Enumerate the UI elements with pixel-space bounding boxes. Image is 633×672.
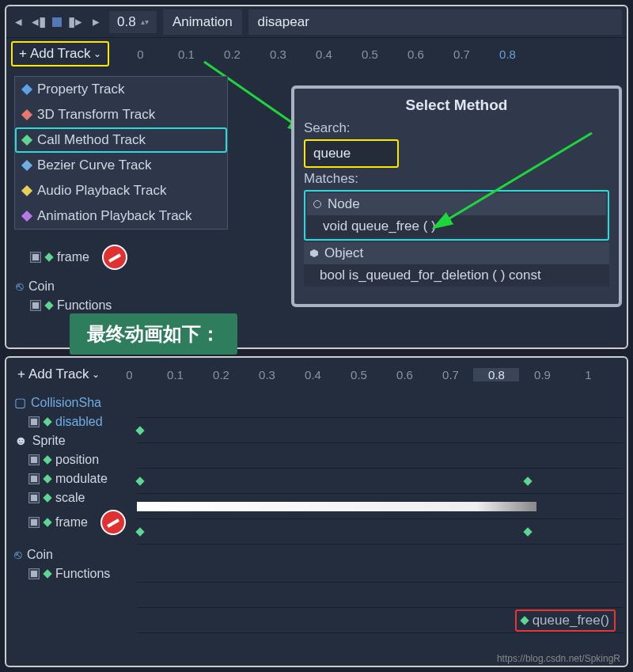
- menu-audio-track[interactable]: Audio Playback Track: [15, 178, 227, 203]
- keyframe[interactable]: [135, 476, 144, 485]
- keyframe[interactable]: [135, 527, 144, 536]
- tick: 0.2: [198, 368, 244, 382]
- queue-free-keyframe[interactable]: queue_free(): [515, 609, 616, 632]
- add-track-menu: Property Track 3D Transform Track Call M…: [14, 76, 228, 230]
- add-track-button[interactable]: + Add Track ⌄: [11, 41, 109, 66]
- menu-call-method-track[interactable]: Call Method Track: [15, 127, 227, 153]
- tick: 0: [117, 47, 163, 61]
- banner-final-animation: 最终动画如下：: [70, 313, 237, 355]
- match-node-header[interactable]: Node: [307, 193, 606, 215]
- track-label: Coin: [27, 548, 53, 562]
- tick: 0.9: [519, 368, 565, 382]
- modulate-bar: [137, 502, 536, 511]
- menu-label: Audio Playback Track: [37, 183, 166, 199]
- menu-label: Call Method Track: [37, 132, 146, 148]
- tick: 0.3: [255, 47, 301, 61]
- menu-property-track[interactable]: Property Track: [15, 77, 227, 102]
- track-disabled[interactable]: disabled: [11, 412, 136, 431]
- track-line[interactable]: [137, 583, 624, 608]
- animation-dropdown[interactable]: Animation: [163, 9, 242, 35]
- tick: 0.8: [484, 47, 530, 61]
- track-coin[interactable]: ⎋ Coin: [13, 277, 131, 296]
- track-functions[interactable]: Functions: [11, 564, 136, 583]
- animation-toolbar: ◂ ◂▮ ▮▸ ▸ 0.8 ▴▾ Animation disapear: [6, 6, 627, 38]
- diamond-icon: [43, 417, 51, 426]
- track-line[interactable]: [137, 494, 624, 519]
- link-icon: ⎋: [14, 548, 22, 562]
- keyframe[interactable]: [523, 476, 532, 485]
- checkbox-icon[interactable]: [28, 517, 40, 528]
- tick: 0.7: [427, 368, 473, 382]
- track-scale[interactable]: scale: [11, 488, 136, 507]
- add-track-label: Add Track: [30, 46, 91, 62]
- time-input[interactable]: 0.8 ▴▾: [109, 11, 157, 33]
- match-object-header[interactable]: Object: [304, 242, 609, 264]
- stop-button[interactable]: [52, 17, 62, 27]
- match-label: Object: [324, 245, 363, 261]
- next-frame-button[interactable]: ▮▸: [68, 15, 82, 29]
- checkbox-icon[interactable]: [28, 568, 40, 579]
- add-track-button[interactable]: + Add Track ⌄: [11, 363, 106, 385]
- track-sprite[interactable]: ☻Sprite: [11, 431, 136, 450]
- track-line[interactable]: [137, 393, 624, 418]
- play-button[interactable]: ▸: [89, 15, 103, 29]
- track-line[interactable]: queue_free(): [137, 608, 624, 633]
- diamond-icon: [520, 616, 529, 625]
- first-frame-button[interactable]: ◂: [11, 15, 25, 29]
- menu-label: Property Track: [37, 82, 125, 97]
- track-line[interactable]: [137, 418, 624, 443]
- track-line[interactable]: [137, 469, 624, 494]
- checkbox-icon[interactable]: [30, 300, 41, 311]
- track-label: frame: [55, 515, 88, 530]
- track-line[interactable]: [137, 519, 624, 545]
- menu-label: Animation Playback Track: [37, 208, 192, 224]
- dialog-title: Select Method: [304, 97, 609, 114]
- diamond-icon: [43, 474, 51, 483]
- track-coin[interactable]: ⎋Coin: [11, 545, 136, 564]
- track-frame[interactable]: frame: [11, 507, 136, 537]
- menu-3d-transform-track[interactable]: 3D Transform Track: [15, 102, 227, 127]
- select-method-dialog: Select Method Search: Matches: Node void…: [291, 85, 622, 307]
- chevron-down-icon: ⌄: [93, 48, 101, 59]
- tick: 0.2: [209, 47, 255, 61]
- diamond-icon: [44, 301, 53, 309]
- tick: 0.1: [152, 368, 198, 382]
- track-label: scale: [55, 491, 85, 505]
- prev-frame-button[interactable]: ◂▮: [32, 15, 46, 29]
- animation-name[interactable]: disapear: [248, 9, 622, 35]
- track-label: Functions: [55, 567, 110, 581]
- checkbox-icon[interactable]: [30, 252, 41, 263]
- diamond-icon: [21, 84, 32, 95]
- keyframe[interactable]: [523, 527, 532, 536]
- match-queue-free[interactable]: void queue_free ( ): [307, 215, 606, 237]
- diamond-icon: [21, 211, 32, 222]
- menu-bezier-track[interactable]: Bezier Curve Track: [15, 153, 227, 178]
- link-icon: ⎋: [16, 279, 24, 294]
- checkbox-icon[interactable]: [28, 473, 40, 484]
- track-collision[interactable]: ▢CollisionSha: [11, 393, 136, 412]
- track-position[interactable]: position: [11, 450, 136, 469]
- track-functions[interactable]: Functions: [13, 296, 131, 315]
- checkbox-icon[interactable]: [28, 492, 40, 503]
- track-label: Sprite: [32, 434, 66, 448]
- checkbox-icon[interactable]: [28, 454, 40, 465]
- track-line[interactable]: [137, 545, 624, 583]
- diamond-icon: [43, 569, 51, 578]
- track-label: disabled: [55, 415, 103, 429]
- match-is-queued[interactable]: bool is_queued_for_deletion ( ) const: [304, 264, 609, 287]
- track-modulate[interactable]: modulate: [11, 469, 136, 488]
- chevron-down-icon: ⌄: [92, 369, 100, 380]
- menu-label: 3D Transform Track: [37, 107, 155, 123]
- track-frame[interactable]: frame: [13, 242, 131, 272]
- track-label: Functions: [57, 298, 112, 313]
- menu-animation-track[interactable]: Animation Playback Track: [15, 203, 227, 229]
- tick: 0.6: [392, 47, 438, 61]
- keyframe[interactable]: [135, 426, 144, 435]
- tick: 1: [565, 368, 611, 382]
- plus-icon: +: [17, 366, 25, 382]
- checkbox-icon[interactable]: [28, 416, 40, 427]
- tick: 0.8: [473, 368, 519, 382]
- track-line[interactable]: [137, 443, 624, 469]
- search-input[interactable]: [304, 139, 399, 168]
- hex-icon: [310, 249, 318, 257]
